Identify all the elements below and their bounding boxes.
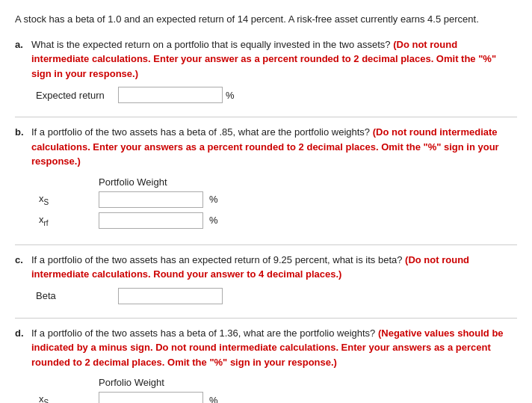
beta-input[interactable] bbox=[118, 288, 223, 304]
b-col-unit bbox=[206, 175, 221, 189]
b-xs-input[interactable] bbox=[99, 191, 203, 208]
section-d-text: If a portfolio of the two assets has a b… bbox=[31, 326, 517, 370]
expected-return-unit: % bbox=[226, 90, 235, 101]
section-c-letter: c. bbox=[15, 253, 28, 268]
section-a-letter: a. bbox=[15, 37, 28, 52]
section-c: c. If a portfolio of the two assets has … bbox=[15, 253, 517, 304]
table-row: xS % bbox=[36, 390, 221, 403]
expected-return-input[interactable] bbox=[118, 87, 223, 103]
section-a: a. What is the expected return on a port… bbox=[15, 37, 517, 104]
divider-cd bbox=[15, 318, 517, 319]
b-col-empty bbox=[36, 175, 96, 189]
d-xs-input[interactable] bbox=[99, 392, 203, 403]
section-d-letter: d. bbox=[15, 326, 28, 341]
section-b-text: If a portfolio of the two assets has a b… bbox=[31, 125, 517, 169]
b-row1-unit: % bbox=[206, 189, 221, 210]
section-a-text: What is the expected return on a portfol… bbox=[31, 37, 517, 81]
d-col-empty bbox=[36, 375, 96, 390]
b-row2-label: xrf bbox=[36, 210, 96, 231]
divider-bc bbox=[15, 244, 517, 245]
table-row: xS % bbox=[36, 189, 221, 210]
b-row1-label: xS bbox=[36, 189, 96, 210]
section-b-normal: If a portfolio of the two assets has a b… bbox=[31, 126, 370, 138]
divider-ab bbox=[15, 117, 517, 117]
section-d-table: Porfolio Weight xS % xrf % bbox=[36, 375, 517, 403]
b-row2-unit: % bbox=[206, 210, 221, 231]
section-d: d. If a portfolio of the two assets has … bbox=[15, 326, 517, 404]
expected-return-label: Expected return bbox=[36, 90, 118, 101]
d-row1-input-cell bbox=[96, 390, 206, 403]
b-xrf-input[interactable] bbox=[99, 212, 203, 229]
table-row: xrf % bbox=[36, 210, 221, 231]
section-c-normal: If a portfolio of the two assets has an … bbox=[31, 254, 402, 265]
b-row2-input-cell bbox=[96, 210, 206, 231]
d-col-unit bbox=[206, 375, 221, 390]
d-row1-unit: % bbox=[206, 390, 221, 403]
section-d-normal: If a portfolio of the two assets has a b… bbox=[31, 327, 375, 339]
section-a-input-row: Expected return % bbox=[36, 87, 517, 103]
intro-text: A stock has a beta of 1.0 and an expecte… bbox=[15, 12, 517, 27]
section-c-beta-row: Beta bbox=[36, 288, 517, 304]
section-b-letter: b. bbox=[15, 125, 28, 140]
section-c-text: If a portfolio of the two assets has an … bbox=[31, 253, 517, 282]
section-b-table: Portfolio Weight xS % xrf % bbox=[36, 175, 517, 231]
beta-label: Beta bbox=[36, 290, 118, 301]
d-row1-label: xS bbox=[36, 390, 96, 403]
b-row1-input-cell bbox=[96, 189, 206, 210]
section-b: b. If a portfolio of the two assets has … bbox=[15, 125, 517, 231]
b-col-header: Portfolio Weight bbox=[96, 175, 206, 189]
d-col-header: Porfolio Weight bbox=[96, 375, 206, 390]
section-a-normal: What is the expected return on a portfol… bbox=[31, 39, 391, 50]
